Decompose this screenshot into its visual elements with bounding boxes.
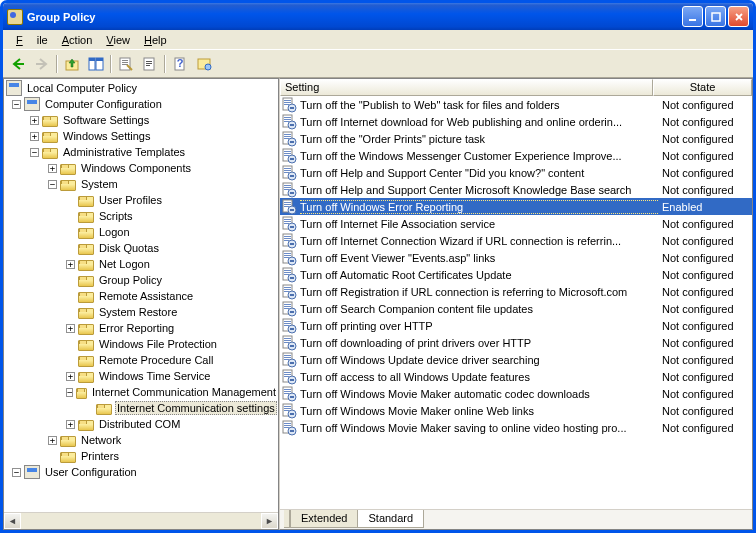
svg-rect-30 bbox=[290, 124, 294, 126]
list-item[interactable]: Turn off downloading of print drivers ov… bbox=[280, 334, 752, 351]
menu-view[interactable]: View bbox=[99, 32, 137, 48]
tree-rpc[interactable]: Remote Procedure Call bbox=[4, 352, 278, 368]
folder-icon bbox=[78, 372, 94, 383]
list-item[interactable]: Turn off Windows Movie Maker saving to o… bbox=[280, 419, 752, 436]
close-button[interactable] bbox=[728, 6, 749, 27]
setting-name: Turn off downloading of print drivers ov… bbox=[300, 337, 658, 349]
setting-state: Not configured bbox=[658, 286, 752, 298]
tree-windows-time[interactable]: +Windows Time Service bbox=[4, 368, 278, 384]
list-item[interactable]: Turn off Windows Movie Maker automatic c… bbox=[280, 385, 752, 402]
tree-user-profiles[interactable]: User Profiles bbox=[4, 192, 278, 208]
list-item[interactable]: Turn off Windows Error ReportingEnabled bbox=[280, 198, 752, 215]
folder-icon bbox=[60, 180, 76, 191]
back-button[interactable] bbox=[7, 53, 29, 75]
list-item[interactable]: Turn off the "Publish to Web" task for f… bbox=[280, 96, 752, 113]
list-item[interactable]: Turn off Windows Update device driver se… bbox=[280, 351, 752, 368]
svg-rect-94 bbox=[284, 308, 289, 309]
forward-button[interactable] bbox=[31, 53, 53, 75]
tree-computer-config[interactable]: −Computer Configuration bbox=[4, 96, 278, 112]
list-item[interactable]: Turn off printing over HTTPNot configure… bbox=[280, 317, 752, 334]
tree-group-policy[interactable]: Group Policy bbox=[4, 272, 278, 288]
list-item[interactable]: Turn off Windows Movie Maker online Web … bbox=[280, 402, 752, 419]
tree-network[interactable]: +Network bbox=[4, 432, 278, 448]
list-item[interactable]: Turn off Internet download for Web publi… bbox=[280, 113, 752, 130]
list-item[interactable]: Turn off Search Companion content file u… bbox=[280, 300, 752, 317]
list-item[interactable]: Turn off the Windows Messenger Customer … bbox=[280, 147, 752, 164]
svg-rect-74 bbox=[284, 253, 291, 254]
minimize-button[interactable] bbox=[682, 6, 703, 27]
scroll-right-button[interactable]: ► bbox=[261, 513, 278, 529]
col-setting[interactable]: Setting bbox=[280, 79, 653, 96]
list-item[interactable]: Turn off Help and Support Center "Did yo… bbox=[280, 164, 752, 181]
tree-windows-file-protection[interactable]: Windows File Protection bbox=[4, 336, 278, 352]
tab-extended[interactable]: Extended bbox=[290, 510, 358, 528]
svg-rect-92 bbox=[284, 304, 291, 305]
filter-button[interactable] bbox=[193, 53, 215, 75]
scroll-left-button[interactable]: ◄ bbox=[4, 513, 21, 529]
tree-root[interactable]: Local Computer Policy bbox=[4, 80, 278, 96]
policy-setting-icon bbox=[281, 216, 297, 232]
svg-rect-75 bbox=[284, 255, 291, 256]
export-button[interactable] bbox=[139, 53, 161, 75]
tab-standard[interactable]: Standard bbox=[357, 510, 424, 528]
svg-rect-129 bbox=[284, 408, 291, 409]
menu-help[interactable]: Help bbox=[137, 32, 174, 48]
tree-hscroll[interactable]: ◄ ► bbox=[4, 512, 278, 529]
svg-rect-100 bbox=[284, 325, 289, 326]
tree-admin-templates[interactable]: −Administrative Templates bbox=[4, 144, 278, 160]
svg-rect-1 bbox=[712, 13, 720, 21]
list-body[interactable]: Turn off the "Publish to Web" task for f… bbox=[280, 96, 752, 509]
tree-windows-components[interactable]: +Windows Components bbox=[4, 160, 278, 176]
svg-rect-98 bbox=[284, 321, 291, 322]
list-item[interactable]: Turn off Internet File Association servi… bbox=[280, 215, 752, 232]
tree-disk-quotas[interactable]: Disk Quotas bbox=[4, 240, 278, 256]
toolbar: ? bbox=[3, 50, 753, 78]
help-button[interactable]: ? bbox=[169, 53, 191, 75]
user-icon bbox=[24, 465, 40, 479]
svg-rect-99 bbox=[284, 323, 291, 324]
setting-state: Not configured bbox=[658, 269, 752, 281]
maximize-button[interactable] bbox=[705, 6, 726, 27]
titlebar[interactable]: Group Policy bbox=[3, 3, 753, 30]
up-button[interactable] bbox=[61, 53, 83, 75]
tree-net-logon[interactable]: +Net Logon bbox=[4, 256, 278, 272]
policy-setting-icon bbox=[281, 250, 297, 266]
tree-printers[interactable]: Printers bbox=[4, 448, 278, 464]
tree-remote-assistance[interactable]: Remote Assistance bbox=[4, 288, 278, 304]
tree-software-settings[interactable]: +Software Settings bbox=[4, 112, 278, 128]
menu-file[interactable]: File bbox=[9, 32, 55, 48]
list-item[interactable]: Turn off the "Order Prints" picture task… bbox=[280, 130, 752, 147]
tree-body[interactable]: Local Computer Policy −Computer Configur… bbox=[4, 79, 278, 512]
tree-error-reporting[interactable]: +Error Reporting bbox=[4, 320, 278, 336]
menu-action[interactable]: Action bbox=[55, 32, 100, 48]
tree-icm[interactable]: −Internet Communication Management bbox=[4, 384, 278, 400]
svg-rect-87 bbox=[284, 289, 291, 290]
list-item[interactable]: Turn off access to all Windows Update fe… bbox=[280, 368, 752, 385]
tree-user-config[interactable]: −User Configuration bbox=[4, 464, 278, 480]
tree-ics[interactable]: Internet Communication settings bbox=[4, 400, 278, 416]
policy-setting-icon bbox=[281, 182, 297, 198]
list-item[interactable]: Turn off Help and Support Center Microso… bbox=[280, 181, 752, 198]
setting-state: Not configured bbox=[658, 405, 752, 417]
list-item[interactable]: Turn off Registration if URL connection … bbox=[280, 283, 752, 300]
list-item[interactable]: Turn off Event Viewer "Events.asp" links… bbox=[280, 249, 752, 266]
svg-rect-51 bbox=[284, 187, 291, 188]
tree-system-restore[interactable]: System Restore bbox=[4, 304, 278, 320]
show-hide-button[interactable] bbox=[85, 53, 107, 75]
list-item[interactable]: Turn off Automatic Root Certificates Upd… bbox=[280, 266, 752, 283]
setting-name: Turn off the "Order Prints" picture task bbox=[300, 133, 658, 145]
svg-rect-78 bbox=[290, 260, 294, 262]
tree-scripts[interactable]: Scripts bbox=[4, 208, 278, 224]
tree-windows-settings[interactable]: +Windows Settings bbox=[4, 128, 278, 144]
list-item[interactable]: Turn off Internet Connection Wizard if U… bbox=[280, 232, 752, 249]
tree-dcom[interactable]: +Distributed COM bbox=[4, 416, 278, 432]
properties-button[interactable] bbox=[115, 53, 137, 75]
tree-system[interactable]: −System bbox=[4, 176, 278, 192]
folder-icon bbox=[42, 116, 58, 127]
folder-icon bbox=[78, 308, 94, 319]
svg-rect-48 bbox=[290, 175, 294, 177]
svg-rect-5 bbox=[89, 58, 95, 61]
tree-logon[interactable]: Logon bbox=[4, 224, 278, 240]
folder-icon bbox=[78, 212, 94, 223]
col-state[interactable]: State bbox=[653, 79, 752, 96]
